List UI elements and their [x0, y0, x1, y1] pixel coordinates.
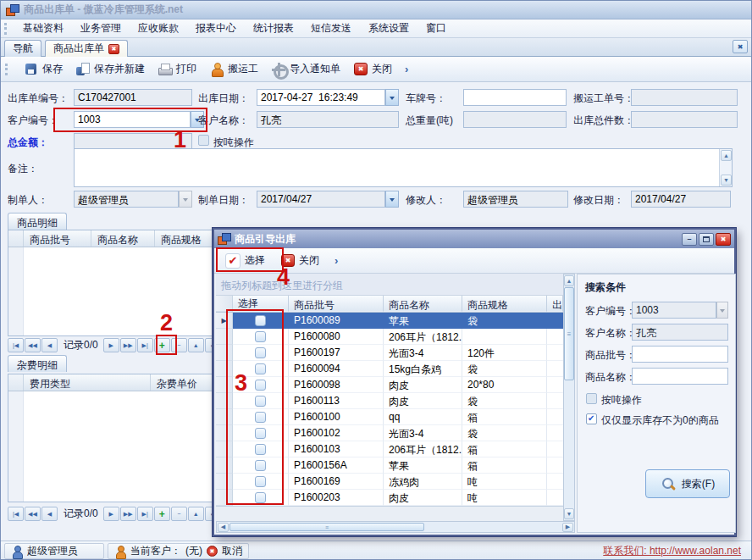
search-customer-no-label: 客户编号： [585, 304, 636, 319]
minimize-button[interactable]: – [682, 233, 697, 246]
document-close-button[interactable]: ✖ [733, 40, 748, 53]
tab-product-detail[interactable]: 商品明细 [8, 213, 67, 230]
column-header-batch[interactable]: 商品批号 [289, 296, 384, 312]
maximize-button[interactable] [699, 233, 714, 246]
search-by-ton-checkbox[interactable] [586, 393, 597, 404]
group-by-panel[interactable]: 拖动列标题到这里进行分组 [216, 274, 563, 296]
nav-last-button[interactable]: ▶| [137, 338, 153, 352]
nav-next-page-button[interactable]: ▶▶ [120, 338, 136, 352]
porter-button[interactable]: 搬运工 [206, 59, 263, 79]
column-header-fee-type[interactable]: 费用类型 [24, 374, 151, 391]
close-button[interactable]: 关闭 [350, 59, 396, 79]
dialog-close-button[interactable]: ✖ [716, 233, 731, 246]
menu-item-sms[interactable]: 短信发送 [302, 19, 360, 38]
menu-item-window[interactable]: 窗口 [417, 19, 455, 38]
by-ton-checkbox[interactable] [198, 135, 209, 146]
save-new-icon [76, 63, 90, 76]
plate-field[interactable] [463, 89, 567, 106]
nav-last-button[interactable]: ▶| [137, 507, 153, 521]
nav-move-up-button[interactable]: ▲ [188, 507, 204, 521]
nav-prev-button[interactable]: ◀ [41, 338, 58, 352]
print-button[interactable]: 打印 [154, 59, 201, 79]
search-button[interactable]: 搜索(F) [645, 469, 730, 498]
tab-close-icon[interactable]: ✖ [108, 44, 119, 54]
column-header-name[interactable]: 商品名称 [384, 296, 462, 312]
cell-name: 肉皮 [384, 490, 462, 506]
nav-first-button[interactable]: |◀ [8, 338, 24, 352]
dialog-horizontal-scrollbar[interactable]: ◀ ≡ ▶ [216, 521, 575, 533]
order-no-field: C170427001 [74, 89, 192, 106]
cell-batch: P1600100 [289, 409, 384, 425]
tab-outbound-order[interactable]: 商品出库单✖ [45, 40, 128, 57]
create-date-dropdown[interactable] [385, 191, 399, 208]
nav-append-button[interactable]: + [154, 507, 170, 521]
out-date-field[interactable]: 2017-04-27 16:23:49 [257, 89, 385, 106]
cell-out [547, 393, 563, 409]
creator-field: 超级管理员 [74, 191, 179, 208]
nav-prev-page-button[interactable]: ◀◀ [25, 338, 41, 352]
scroll-up-icon[interactable]: ▲ [721, 150, 732, 161]
user-icon [11, 546, 23, 557]
nav-next-button[interactable]: ▶ [103, 507, 119, 521]
out-date-dropdown[interactable] [385, 89, 399, 106]
search-batch-field[interactable] [632, 346, 728, 363]
gear-icon [272, 63, 285, 76]
tab-misc-detail[interactable]: 杂费明细 [8, 355, 67, 372]
nav-delete-button[interactable]: − [171, 507, 187, 521]
contact-link[interactable]: 联系我们: http://www.aolan.net [603, 544, 741, 558]
nav-next-page-button[interactable]: ▶▶ [120, 507, 136, 521]
search-name-field[interactable] [632, 368, 728, 385]
search-by-ton-label: 按吨操作 [601, 393, 642, 408]
porter-no-label: 搬运工单号： [573, 91, 634, 106]
nav-first-button[interactable]: |◀ [8, 507, 24, 521]
customer-no-label: 客户编号： [8, 114, 58, 128]
cell-out [547, 345, 563, 361]
create-date-field[interactable]: 2017/04/27 [257, 191, 385, 208]
dialog-toolbar-overflow[interactable]: › [331, 254, 341, 267]
tab-navigation[interactable]: 导航 [4, 40, 41, 57]
dialog-title-bar[interactable]: 商品引导出库 – ✖ [214, 230, 734, 248]
import-notice-button[interactable]: 导入通知单 [268, 59, 345, 79]
cell-out [547, 329, 563, 345]
column-header-name[interactable]: 商品名称 [91, 230, 155, 247]
nav-prev-button[interactable]: ◀ [41, 507, 58, 521]
printer-icon [158, 63, 172, 76]
scroll-right-icon[interactable]: ▶ [562, 523, 573, 532]
menu-item-report-center[interactable]: 报表中心 [187, 19, 245, 38]
scroll-down-icon[interactable]: ▼ [721, 175, 732, 186]
menu-item-stats-report[interactable]: 统计报表 [245, 19, 302, 38]
column-header-spec[interactable]: 商品规格 [462, 296, 547, 312]
nav-move-up-button[interactable]: ▲ [188, 338, 204, 352]
annotation-number-3: 3 [235, 372, 247, 395]
column-header-out[interactable]: 出 [547, 296, 563, 312]
search-customer-no-field: 1003 [632, 302, 716, 319]
nav-prev-page-button[interactable]: ◀◀ [25, 507, 41, 521]
cell-name: 光面3-4 [384, 345, 462, 361]
menu-item-business[interactable]: 业务管理 [72, 19, 130, 38]
toolbar-overflow-button[interactable]: › [401, 63, 412, 75]
app-icon [6, 4, 19, 16]
scrollbar-thumb[interactable]: ≡ [564, 287, 574, 380]
only-in-stock-checkbox[interactable] [586, 413, 597, 424]
save-and-new-button[interactable]: 保存并新建 [72, 59, 149, 79]
scrollbar-thumb[interactable]: ≡ [229, 523, 424, 531]
menu-item-basic-data[interactable]: 基础资料 [14, 19, 72, 38]
dialog-vertical-scrollbar[interactable]: ▲ ≡ ▼ [563, 274, 575, 521]
cancel-customer-icon[interactable] [207, 546, 218, 557]
scroll-up-icon[interactable]: ▲ [564, 275, 574, 286]
cell-spec: 20*80 [462, 377, 547, 393]
nav-next-button[interactable]: ▶ [103, 338, 119, 352]
remark-scrollbar[interactable]: ▲ ▼ [719, 149, 732, 186]
title-bar: 商品出库单 - 傲蓝冷库管理系统.net [1, 1, 751, 19]
column-header-batch[interactable]: 商品批号 [24, 230, 91, 247]
menu-item-receivables[interactable]: 应收账款 [130, 19, 187, 38]
remark-field[interactable]: ▲ ▼ [74, 148, 733, 187]
scroll-down-icon[interactable]: ▼ [564, 508, 574, 519]
menu-item-system-settings[interactable]: 系统设置 [360, 19, 417, 38]
scroll-left-icon[interactable]: ◀ [218, 523, 229, 532]
save-button[interactable]: 保存 [20, 59, 67, 79]
application-window: 商品出库单 - 傲蓝冷库管理系统.net 基础资料 业务管理 应收账款 报表中心… [0, 0, 752, 560]
close-label: 关闭 [372, 62, 392, 76]
cancel-customer-button[interactable]: 取消 [222, 544, 242, 558]
cell-out [547, 457, 563, 474]
